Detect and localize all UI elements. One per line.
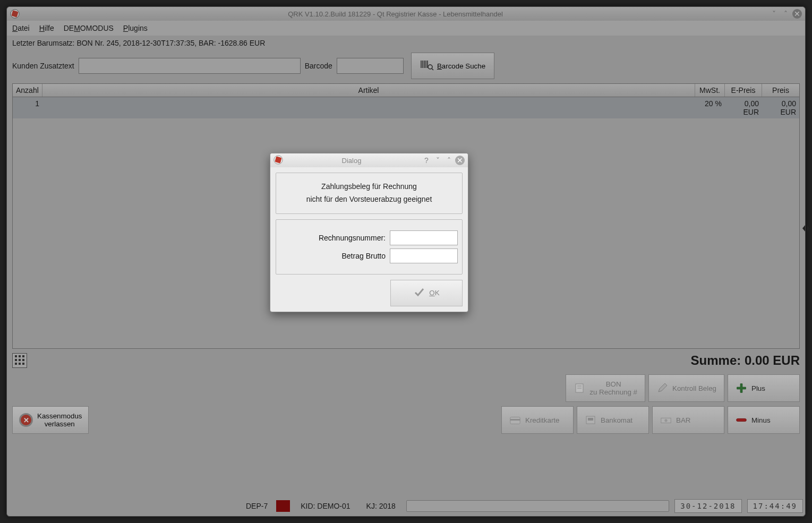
payment-dialog: Dialog ? ˅ ˄ ✕ Zahlungsbeleg für Rechnun… xyxy=(270,153,468,312)
rechnr-input[interactable] xyxy=(390,230,458,245)
ok-button[interactable]: OK xyxy=(390,280,463,306)
dialog-min-icon[interactable]: ˅ xyxy=(433,156,442,165)
dialog-title: Dialog xyxy=(283,157,420,165)
dialog-app-icon xyxy=(273,155,283,166)
brutto-label: Betrag Brutto xyxy=(280,252,386,260)
brutto-input[interactable] xyxy=(390,248,458,263)
dialog-msg-line2: nicht für den Vorsteuerabzug geeignet xyxy=(280,193,458,206)
dialog-form: Rechnungsnummer: Betrag Brutto xyxy=(276,219,463,275)
dialog-close-icon[interactable]: ✕ xyxy=(455,156,465,165)
dialog-help-icon[interactable]: ? xyxy=(422,156,431,165)
main-window: QRK V1.10.2.Build 181229 - Qt Registrier… xyxy=(6,6,806,517)
dialog-max-icon[interactable]: ˄ xyxy=(444,156,454,165)
rechnr-label: Rechnungsnummer: xyxy=(280,234,386,242)
dialog-message: Zahlungsbeleg für Rechnung nicht für den… xyxy=(276,173,463,214)
dialog-msg-line1: Zahlungsbeleg für Rechnung xyxy=(280,181,458,193)
check-icon xyxy=(413,286,425,299)
dialog-titlebar: Dialog ? ˅ ˄ ✕ xyxy=(270,153,468,167)
ok-label: OK xyxy=(429,289,439,297)
